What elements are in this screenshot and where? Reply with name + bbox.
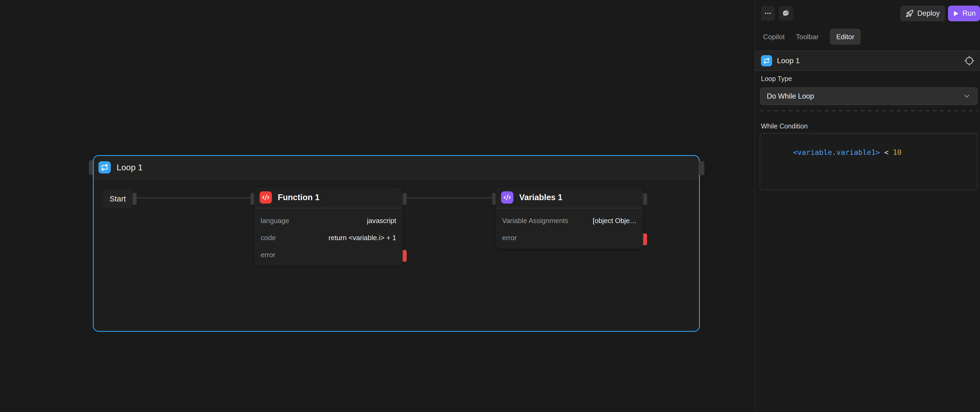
node-function-header: Function 1	[254, 187, 402, 208]
node-function-title: Function 1	[278, 193, 320, 202]
node-function[interactable]: Function 1 language javascript code retu…	[254, 187, 402, 266]
start-output-handle[interactable]	[132, 193, 137, 204]
node-start[interactable]: Start	[103, 190, 133, 208]
code-icon	[259, 191, 272, 204]
node-variables-rows: Variable Assignments [object Obje… error	[496, 208, 643, 246]
node-function-rows: language javascript code return <variabl…	[254, 208, 402, 263]
row-label: Variable Assignments	[502, 217, 568, 225]
code-segment-number: 10	[893, 148, 902, 157]
row-label: language	[261, 217, 289, 225]
loop-type-label: Loop Type	[761, 75, 792, 82]
row-label: error	[261, 251, 275, 259]
run-button-label: Run	[963, 10, 976, 17]
row-label: code	[261, 234, 275, 242]
feedback-button[interactable]	[778, 6, 793, 21]
code-icon	[501, 191, 513, 204]
while-condition-code-editor[interactable]: <variable.variable1> < 10	[760, 133, 978, 190]
row-value: [object Obje…	[593, 217, 636, 225]
deploy-button[interactable]: Deploy	[900, 6, 945, 21]
edge-function-to-variables[interactable]	[406, 198, 494, 198]
row-label: error	[502, 234, 517, 242]
loop-repeat-icon	[99, 161, 111, 173]
selected-block-header[interactable]: Loop 1	[755, 51, 980, 71]
row-value: return <variable.i> + 1	[328, 234, 396, 242]
tab-toolbar[interactable]: Toolbar	[796, 33, 819, 41]
selected-block-title: Loop 1	[777, 57, 800, 65]
tab-editor[interactable]: Editor	[830, 29, 861, 45]
loop-block-header[interactable]: Loop 1	[94, 156, 699, 179]
section-divider	[760, 110, 978, 111]
loop-repeat-icon	[761, 55, 772, 67]
workflow-canvas[interactable]: Loop 1 Start Function 1	[0, 0, 754, 412]
tab-copilot[interactable]: Copilot	[763, 33, 785, 41]
table-row: Variable Assignments [object Obje…	[502, 212, 636, 229]
loop-type-select[interactable]: Do While Loop	[760, 87, 978, 105]
workflow-app: Loop 1 Start Function 1	[0, 0, 980, 412]
rocket-icon	[905, 10, 913, 17]
while-condition-label: While Condition	[761, 122, 808, 130]
loop-output-handle[interactable]	[698, 161, 705, 175]
row-value: javascript	[367, 217, 396, 225]
function-output-handle[interactable]	[402, 193, 407, 204]
table-row: code return <variable.i> + 1	[261, 229, 396, 246]
node-start-label: Start	[110, 195, 126, 203]
more-options-button[interactable]	[761, 6, 775, 21]
table-row: language javascript	[261, 212, 396, 229]
chevron-down-icon	[963, 92, 970, 100]
loop-block-title: Loop 1	[116, 163, 143, 173]
edge-start-to-function[interactable]	[135, 198, 252, 198]
table-row: error	[261, 246, 396, 263]
function-error-handle[interactable]	[402, 250, 407, 262]
play-icon	[952, 10, 959, 17]
loop-type-selected-value: Do While Loop	[767, 92, 814, 100]
code-segment-operator: <	[880, 148, 893, 157]
editor-panel: Deploy Run Copilot Toolbar Editor Loop 1	[754, 0, 980, 412]
table-row: error	[502, 229, 636, 246]
ellipsis-icon	[764, 10, 772, 17]
code-segment-variable: <variable.variable1>	[793, 148, 880, 157]
chat-bubble-icon	[781, 9, 790, 17]
node-variables[interactable]: Variables 1 Variable Assignments [object…	[496, 187, 643, 249]
panel-tabs: Copilot Toolbar Editor	[763, 29, 861, 45]
deploy-button-label: Deploy	[917, 10, 940, 17]
node-variables-title: Variables 1	[519, 193, 562, 202]
run-button[interactable]: Run	[948, 6, 980, 21]
node-variables-header: Variables 1	[496, 187, 643, 208]
locate-target-icon[interactable]	[964, 55, 975, 66]
